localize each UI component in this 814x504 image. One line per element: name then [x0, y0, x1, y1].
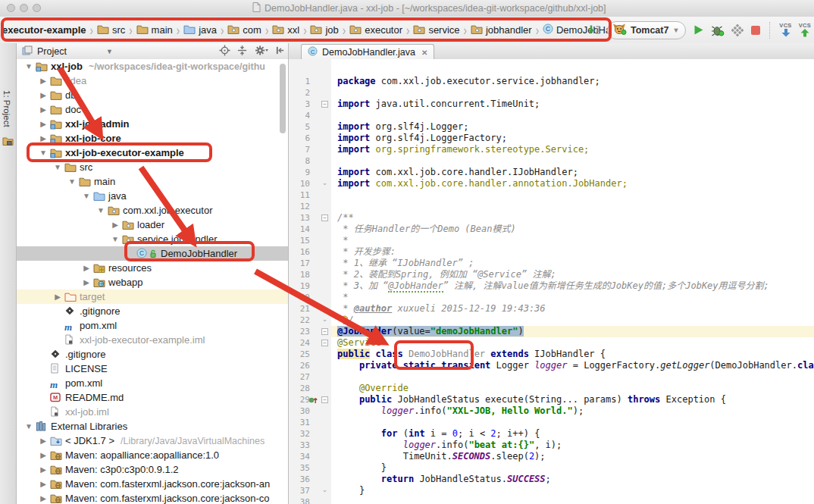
project-folder-icon[interactable] [2, 136, 14, 149]
project-tool-button[interactable]: 1: Project [2, 90, 11, 127]
code-line-25[interactable]: public class DemoJobHandler extends IJob… [331, 349, 814, 360]
breadcrumb-item-src[interactable]: src [96, 23, 126, 37]
code-line-20[interactable]: * [331, 292, 814, 303]
code-line-26[interactable]: private static transient Logger logger =… [331, 360, 814, 371]
scroll-from-source-icon[interactable] [236, 45, 248, 58]
stop-button[interactable] [750, 25, 761, 36]
chevron-expanded-icon[interactable]: ▼ [82, 189, 91, 203]
code-line-8[interactable] [331, 155, 814, 167]
tree-item-main[interactable]: ▼main [17, 174, 288, 189]
fold-end-icon[interactable]: ⌄ [321, 487, 328, 494]
tree-item-maven-com.fasterxml.jackson.core-jackson-an[interactable]: ▶Maven: com.fasterxml.jackson.core:jacks… [17, 477, 288, 491]
tree-item-pom.xml[interactable]: mpom.xml [17, 318, 288, 333]
tree-item-xxl-job-admin[interactable]: ▶xxl-job-admin [17, 117, 288, 131]
chevron-collapsed-icon[interactable]: ▶ [82, 261, 91, 275]
code-line-33[interactable]: logger.info("beat at:{}", i); [331, 440, 814, 451]
code-line-22[interactable]: */ [331, 315, 814, 326]
code-line-34[interactable]: TimeUnit.SECONDS.sleep(2); [331, 451, 814, 462]
code-line-30[interactable]: logger.info("XXL-JOB, Hello World."); [331, 405, 814, 417]
tree-item-webapp[interactable]: ▶webapp [17, 275, 288, 290]
zoom-button[interactable] [33, 4, 41, 12]
tree-item-pom.xml[interactable]: mpom.xml [17, 376, 288, 390]
code-line-28[interactable]: @Override [331, 383, 814, 394]
code-line-29[interactable]: public JobHandleStatus execute(String...… [331, 394, 814, 405]
chevron-collapsed-icon[interactable]: ▶ [39, 88, 48, 102]
chevron-collapsed-icon[interactable]: ▶ [39, 74, 48, 88]
tree-item-license[interactable]: LICENSE [17, 362, 288, 376]
chevron-expanded-icon[interactable]: ▼ [39, 146, 48, 160]
locate-icon[interactable] [219, 45, 230, 58]
breadcrumb-item-executor-example[interactable]: executor-example [2, 24, 87, 36]
tree-item-xxl-job-executor-example[interactable]: ▼xxl-job-executor-example [17, 146, 288, 160]
code-line-19[interactable]: * 3、加 “@JobHander” 注解, 注解value值为新增任务生成的J… [331, 280, 814, 292]
code-line-14[interactable]: * 任务Handler的一个Demo (Bean模式) [331, 224, 814, 235]
fold-marker-icon[interactable]: − [321, 396, 328, 403]
tree-item-service.jobhandler[interactable]: ▼service.jobhandler [17, 232, 288, 246]
tree-item-resources[interactable]: ▶resources [17, 261, 288, 275]
coverage-button[interactable] [731, 24, 744, 36]
code-line-37[interactable]: } [331, 485, 814, 496]
tree-item-demojobhandler[interactable]: CDemoJobHandler [17, 246, 288, 261]
breadcrumb-item-main[interactable]: main [136, 23, 174, 37]
code-line-12[interactable] [331, 201, 814, 212]
breadcrumb-item-xxl[interactable]: xxl [271, 23, 300, 37]
fold-end-icon[interactable]: ⌄ [321, 180, 328, 187]
fold-marker-icon[interactable]: − [321, 214, 328, 221]
code-line-15[interactable]: * [331, 235, 814, 246]
code-line-17[interactable]: * 1、继承 “IJobHandler” ; [331, 258, 814, 269]
settings-gear-icon[interactable] [254, 45, 269, 58]
breadcrumb-item-job[interactable]: job [309, 23, 339, 37]
vcs-commit-button[interactable]: VCS [799, 23, 811, 37]
code-line-1[interactable]: package com.xxl.job.executor.service.job… [331, 76, 814, 87]
code-line-31[interactable] [331, 417, 814, 428]
tree-item-maven-aopalliance-aopalliance-1.0[interactable]: ▶Maven: aopalliance:aopalliance:1.0 [17, 448, 288, 462]
chevron-collapsed-icon[interactable]: ▶ [39, 117, 48, 131]
tree-item-xxl-job-core[interactable]: ▶xxl-job-core [17, 131, 288, 146]
code-line-10[interactable]: import com.xxl.job.core.handler.annotati… [331, 178, 814, 189]
chevron-collapsed-icon[interactable]: ▶ [111, 218, 120, 232]
breadcrumb-item-service[interactable]: service [412, 23, 460, 37]
code-line-5[interactable]: import org.slf4j.Logger; [331, 121, 814, 133]
code-line-16[interactable]: * 开发步骤: [331, 246, 814, 258]
code-line-11[interactable] [331, 189, 814, 201]
chevron-collapsed-icon[interactable]: ▶ [39, 131, 48, 146]
fold-end-icon[interactable]: ⌄ [321, 317, 328, 324]
chevron-expanded-icon[interactable]: ▼ [111, 232, 120, 246]
run-config-selector[interactable]: Tomcat7 ▼ [607, 21, 686, 39]
breadcrumb-item-java[interactable]: java [183, 23, 218, 37]
collapse-all-icon[interactable] [275, 45, 285, 58]
code-line-21[interactable]: * @author xuxueli 2015-12-19 19:43:36 [331, 303, 814, 315]
chevron-collapsed-icon[interactable]: ▶ [39, 102, 48, 117]
tab-demojobhandler[interactable]: C DemoJobHandler.java ✕ [301, 44, 434, 60]
code-line-27[interactable] [331, 371, 814, 383]
tree-item--jdk1.7-[interactable]: ▶< JDK1.7 >/Library/Java/JavaVirtualMach… [17, 434, 288, 448]
code-line-36[interactable]: return JobHandleStatus.SUCCESS; [331, 474, 814, 485]
intention-bulb-icon[interactable] [340, 315, 349, 327]
chevron-collapsed-icon[interactable]: ▶ [39, 462, 48, 477]
tree-item-external-libraries[interactable]: ▼External Libraries [17, 419, 288, 434]
code-line-32[interactable]: for (int i = 0; i < 2; i++) { [331, 428, 814, 440]
tree-item-readme.md[interactable]: MREADME.md [17, 390, 288, 405]
select-in-icon[interactable] [587, 24, 600, 36]
tree-item-.gitignore[interactable]: .gitignore [17, 304, 288, 318]
vcs-update-button[interactable]: VCS [779, 23, 791, 37]
code-line-13[interactable]: /** [331, 212, 814, 224]
code-line-4[interactable] [331, 110, 814, 121]
chevron-collapsed-icon[interactable]: ▶ [39, 448, 48, 462]
tree-item-doc[interactable]: ▶doc [17, 102, 288, 117]
code-line-35[interactable]: } [331, 462, 814, 474]
chevron-expanded-icon[interactable]: ▼ [53, 160, 62, 174]
close-icon[interactable]: ✕ [421, 49, 427, 57]
tree-item-maven-c3p0-c3p0-0.9.1.2[interactable]: ▶Maven: c3p0:c3p0:0.9.1.2 [17, 462, 288, 477]
debug-button[interactable] [711, 24, 725, 36]
chevron-collapsed-icon[interactable]: ▶ [39, 434, 48, 448]
tree-item-maven-com.fasterxml.jackson.core-jackson-co[interactable]: ▶Maven: com.fasterxml.jackson.core:jacks… [17, 491, 288, 504]
breadcrumb-item-jobhandler[interactable]: jobhandler [470, 23, 533, 37]
tree-item-src[interactable]: ▼src [17, 160, 288, 174]
chevron-collapsed-icon[interactable]: ▶ [82, 275, 91, 290]
close-button[interactable] [7, 4, 15, 12]
chevron-down-icon[interactable]: ▼ [106, 48, 113, 55]
chevron-collapsed-icon[interactable]: ▶ [53, 290, 62, 304]
code-editor[interactable]: package com.xxl.job.executor.service.job… [331, 59, 814, 504]
code-line-6[interactable]: import org.slf4j.LoggerFactory; [331, 133, 814, 144]
